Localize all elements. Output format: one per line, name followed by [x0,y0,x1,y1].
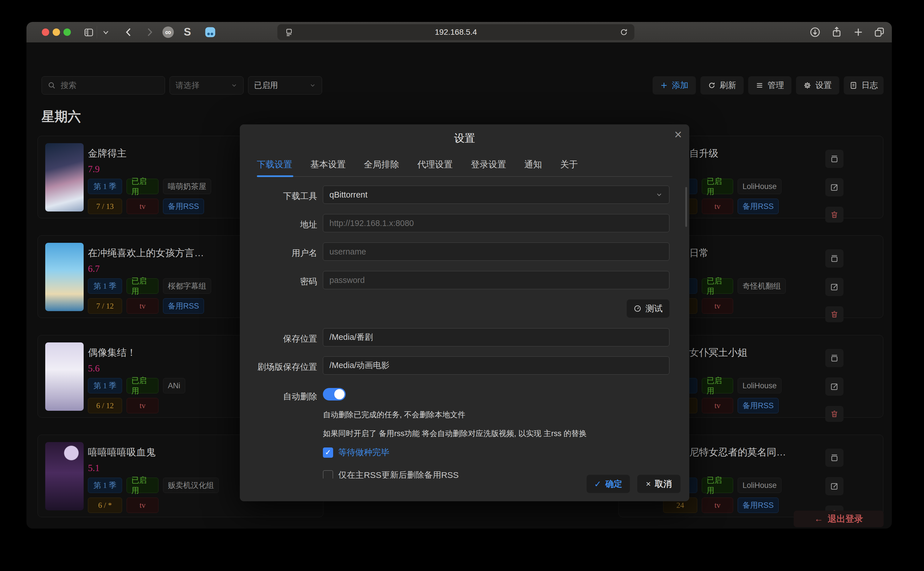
edit-button[interactable] [825,477,844,495]
address-input[interactable] [323,214,669,232]
tab-notify[interactable]: 通知 [524,159,542,170]
cancel-button[interactable]: × 取消 [637,475,681,493]
settings-modal: 设置 × 下载设置 基本设置 全局排除 代理设置 登录设置 通知 关于 下载工具… [240,124,689,501]
toggle-knob [334,389,345,399]
refresh-icon [708,82,716,90]
tab-divider [257,176,672,177]
downloader-value: qBittorrent [330,190,368,199]
browser-toolbar: ∞ S 192.168.5.4 [26,22,892,43]
autodelete-toggle[interactable] [323,388,346,401]
manage-button[interactable]: 管理 [748,76,792,94]
poster-image[interactable] [45,143,84,211]
save-path-input[interactable] [323,328,669,346]
episodes-badge: 6 / * [88,498,122,513]
downloader-select[interactable]: qBittorrent [323,185,669,204]
checkbox-checked-icon[interactable]: ✓ [323,448,333,458]
tab-overview-icon[interactable] [874,26,885,38]
edit-button[interactable] [825,377,844,396]
filter-select-2[interactable]: 已启用 [248,76,322,94]
chevron-down-icon[interactable] [102,30,109,35]
archive-button[interactable] [825,449,844,467]
close-icon[interactable]: × [674,128,682,141]
tab-download[interactable]: 下载设置 [257,159,292,170]
archive-button[interactable] [825,349,844,367]
gauge-icon [633,305,642,313]
tab-proxy[interactable]: 代理设置 [417,159,453,170]
archive-button[interactable] [825,150,844,168]
share-icon[interactable] [831,26,842,37]
left-arrow-icon: ← [815,514,823,524]
status-badge: 已启用 [702,179,733,194]
password-input[interactable] [323,271,669,289]
gear-icon [803,82,812,90]
delete-button[interactable] [825,207,844,222]
group-badge: 喵萌奶茶屋 [163,179,211,194]
season-badge: 第 1 季 [88,179,122,194]
search-input[interactable]: 搜索 [42,76,165,94]
new-tab-icon[interactable] [853,26,864,38]
page-format-icon[interactable] [285,28,293,37]
logout-button[interactable]: ← 退出登录 [794,511,884,527]
minimize-window-button[interactable] [52,28,60,36]
poster-image[interactable] [45,442,84,510]
delete-backup-rss-checkbox-row[interactable]: 仅在主RSS更新后删除备用RSS [323,469,579,478]
cancel-label: 取消 [655,478,672,490]
wait-seeding-checkbox-row[interactable]: ✓ 等待做种完毕 [323,447,390,458]
poster-image[interactable] [45,243,84,311]
tab-global-exclude[interactable]: 全局排除 [364,159,399,170]
type-badge: tv [126,498,159,513]
poster-image[interactable] [45,343,84,411]
downloader-label: 下载工具 [240,190,317,202]
logs-label: 日志 [861,80,878,91]
blue-app-extension-icon[interactable] [204,26,216,38]
tab-login[interactable]: 登录设置 [471,159,506,170]
infinity-extension-icon[interactable]: ∞ [162,26,174,38]
tab-basic[interactable]: 基本设置 [310,159,346,170]
settings-button[interactable]: 设置 [796,76,839,94]
delete-button[interactable] [825,306,844,322]
edit-button[interactable] [825,278,844,296]
modal-scrollbar[interactable] [685,187,687,227]
s-extension-icon[interactable]: S [184,26,191,38]
back-icon[interactable] [123,26,134,38]
type-badge: tv [702,498,733,513]
add-button[interactable]: 添加 [653,76,696,94]
archive-button[interactable] [825,249,844,268]
document-icon [850,82,858,90]
screen: ∞ S 192.168.5.4 [0,0,924,571]
toolbar-divider [97,26,97,39]
sidebar-icon[interactable] [83,27,94,38]
confirm-label: 确定 [605,478,622,490]
test-label: 测试 [645,303,662,315]
address-bar[interactable]: 192.168.5.4 [277,24,634,40]
forward-icon[interactable] [144,26,155,38]
username-input[interactable] [323,242,669,261]
zoom-window-button[interactable] [63,28,71,36]
status-badge: 已启用 [126,478,159,493]
card-rating: 6.7 [88,264,100,274]
address-label: 地址 [240,219,317,231]
edit-button[interactable] [825,178,844,196]
add-label: 添加 [672,80,688,91]
filter-2-value: 已启用 [254,80,278,91]
reload-icon[interactable] [620,28,628,36]
filter-select-1[interactable]: 请选择 [169,76,243,94]
close-window-button[interactable] [42,28,49,36]
status-badge: 已启用 [126,179,159,194]
rss-badge: 备用RSS [738,398,779,413]
list-icon [756,82,764,90]
logs-button[interactable]: 日志 [844,76,884,94]
test-button[interactable]: 测试 [627,299,669,318]
episodes-badge: 7 / 12 [88,298,122,314]
downloads-icon[interactable] [809,26,821,38]
tab-about[interactable]: 关于 [560,159,578,170]
confirm-button[interactable]: ✓ 确定 [587,475,630,493]
checkbox-unchecked-icon[interactable] [323,470,333,479]
rss-badge: 备用RSS [738,199,779,214]
chevron-down-icon [309,82,316,89]
refresh-button[interactable]: 刷新 [701,76,744,94]
movie-save-path-input[interactable] [323,356,669,375]
rss-badge: 备用RSS [163,298,204,314]
delete-button[interactable] [825,406,844,422]
group-badge: LoliHouse [738,478,781,493]
